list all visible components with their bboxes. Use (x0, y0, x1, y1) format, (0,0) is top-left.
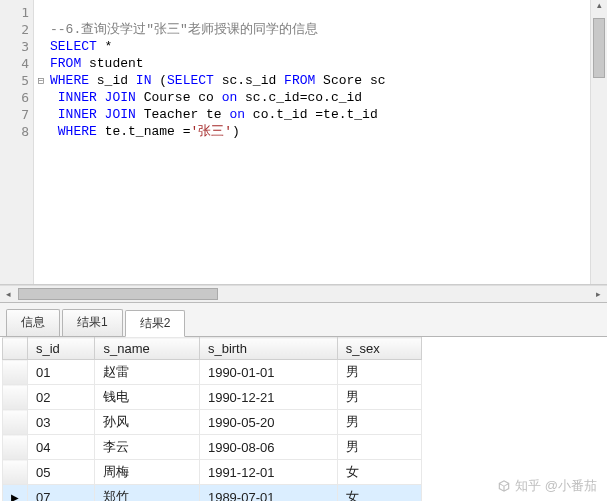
cell[interactable]: 郑竹 (95, 485, 199, 502)
code-token: sc.s_id (214, 73, 284, 88)
code-token: '张三' (190, 124, 232, 139)
cell[interactable]: 男 (337, 435, 421, 460)
row-indicator[interactable] (3, 385, 28, 410)
scroll-thumb[interactable] (593, 18, 605, 78)
cell[interactable]: 02 (28, 385, 95, 410)
result-grid[interactable]: s_ids_names_births_sex 01赵雷1990-01-01男02… (2, 337, 422, 501)
results-panel: 信息结果1结果2 s_ids_names_births_sex 01赵雷1990… (0, 302, 607, 501)
cell[interactable]: 1990-05-20 (199, 410, 337, 435)
line-number: 6 (0, 89, 33, 106)
result-tabs: 信息结果1结果2 (0, 303, 607, 336)
scroll-right-arrow-icon[interactable]: ▸ (590, 286, 607, 302)
scroll-left-arrow-icon[interactable]: ◂ (0, 286, 17, 302)
code-line[interactable]: WHERE s_id IN (SELECT sc.s_id FROM Score… (50, 72, 586, 89)
code-token (50, 124, 58, 139)
fold-spacer (34, 38, 48, 55)
row-indicator[interactable] (3, 410, 28, 435)
code-token: te.t_name = (97, 124, 191, 139)
result-tab[interactable]: 结果2 (125, 310, 186, 337)
column-header[interactable]: s_birth (199, 338, 337, 360)
code-line[interactable]: --6.查询没学过"张三"老师授课的同学的信息 (50, 21, 586, 38)
table-row[interactable]: 03孙风1990-05-20男 (3, 410, 422, 435)
cell[interactable]: 赵雷 (95, 360, 199, 385)
fold-spacer (34, 89, 48, 106)
column-header[interactable]: s_sex (337, 338, 421, 360)
table-row[interactable]: 05周梅1991-12-01女 (3, 460, 422, 485)
cell[interactable]: 04 (28, 435, 95, 460)
cell[interactable]: 1990-08-06 (199, 435, 337, 460)
scroll-up-arrow-icon[interactable]: ▴ (591, 0, 607, 17)
scroll-thumb[interactable] (18, 288, 218, 300)
fold-toggle-icon[interactable]: ⊟ (34, 72, 48, 89)
table-row[interactable]: 02钱电1990-12-21男 (3, 385, 422, 410)
line-number: 4 (0, 55, 33, 72)
cell[interactable]: 周梅 (95, 460, 199, 485)
cell[interactable]: 01 (28, 360, 95, 385)
cell[interactable]: 钱电 (95, 385, 199, 410)
cell[interactable]: 03 (28, 410, 95, 435)
code-token: * (97, 39, 113, 54)
fold-spacer (34, 21, 48, 38)
cell[interactable]: 07 (28, 485, 95, 502)
code-token: on (222, 90, 238, 105)
row-indicator-current-icon[interactable]: ▶ (3, 485, 28, 502)
row-indicator[interactable] (3, 435, 28, 460)
code-token: on (229, 107, 245, 122)
code-area[interactable]: --6.查询没学过"张三"老师授课的同学的信息SELECT *FROM stud… (48, 0, 590, 284)
line-number: 8 (0, 123, 33, 140)
cell[interactable]: 孙风 (95, 410, 199, 435)
cell[interactable]: 男 (337, 360, 421, 385)
cell[interactable]: 李云 (95, 435, 199, 460)
grid-header-row: s_ids_names_births_sex (3, 338, 422, 360)
code-token: ) (232, 124, 240, 139)
table-row[interactable]: 01赵雷1990-01-01男 (3, 360, 422, 385)
cell[interactable]: 女 (337, 485, 421, 502)
code-token: --6.查询没学过"张三"老师授课的同学的信息 (50, 22, 318, 37)
vertical-scrollbar[interactable]: ▴ (590, 0, 607, 284)
code-token: WHERE (58, 124, 97, 139)
cell[interactable]: 女 (337, 460, 421, 485)
sql-editor[interactable]: 12345678 ⊟ --6.查询没学过"张三"老师授课的同学的信息SELECT… (0, 0, 607, 285)
row-indicator[interactable] (3, 460, 28, 485)
code-token: SELECT (50, 39, 97, 54)
cell[interactable]: 1990-12-21 (199, 385, 337, 410)
code-token: Course co (136, 90, 222, 105)
code-token: Score sc (315, 73, 385, 88)
code-line[interactable]: FROM student (50, 55, 586, 72)
cell[interactable]: 1989-07-01 (199, 485, 337, 502)
fold-column[interactable]: ⊟ (34, 0, 48, 284)
cell[interactable]: 1990-01-01 (199, 360, 337, 385)
result-tab[interactable]: 信息 (6, 309, 60, 336)
code-token: s_id (89, 73, 136, 88)
code-token: SELECT (167, 73, 214, 88)
row-indicator-header (3, 338, 28, 360)
code-token: Teacher te (136, 107, 230, 122)
table-row[interactable]: ▶07郑竹1989-07-01女 (3, 485, 422, 502)
column-header[interactable]: s_id (28, 338, 95, 360)
horizontal-scrollbar[interactable]: ◂ ▸ (0, 285, 607, 302)
code-token (50, 107, 58, 122)
code-token: FROM (284, 73, 315, 88)
code-token: WHERE (50, 73, 89, 88)
code-token: INNER JOIN (58, 90, 136, 105)
code-line[interactable]: WHERE te.t_name ='张三') (50, 123, 586, 140)
column-header[interactable]: s_name (95, 338, 199, 360)
fold-spacer (34, 123, 48, 140)
code-token: FROM (50, 56, 81, 71)
fold-spacer (34, 106, 48, 123)
cell[interactable]: 1991-12-01 (199, 460, 337, 485)
code-line[interactable] (50, 4, 586, 21)
line-number: 1 (0, 4, 33, 21)
table-row[interactable]: 04李云1990-08-06男 (3, 435, 422, 460)
result-tab[interactable]: 结果1 (62, 309, 123, 336)
fold-spacer (34, 55, 48, 72)
cell[interactable]: 男 (337, 385, 421, 410)
row-indicator[interactable] (3, 360, 28, 385)
cell[interactable]: 05 (28, 460, 95, 485)
code-token: IN (136, 73, 152, 88)
code-line[interactable]: INNER JOIN Course co on sc.c_id=co.c_id (50, 89, 586, 106)
code-line[interactable]: INNER JOIN Teacher te on co.t_id =te.t_i… (50, 106, 586, 123)
line-number-gutter: 12345678 (0, 0, 34, 284)
cell[interactable]: 男 (337, 410, 421, 435)
code-line[interactable]: SELECT * (50, 38, 586, 55)
